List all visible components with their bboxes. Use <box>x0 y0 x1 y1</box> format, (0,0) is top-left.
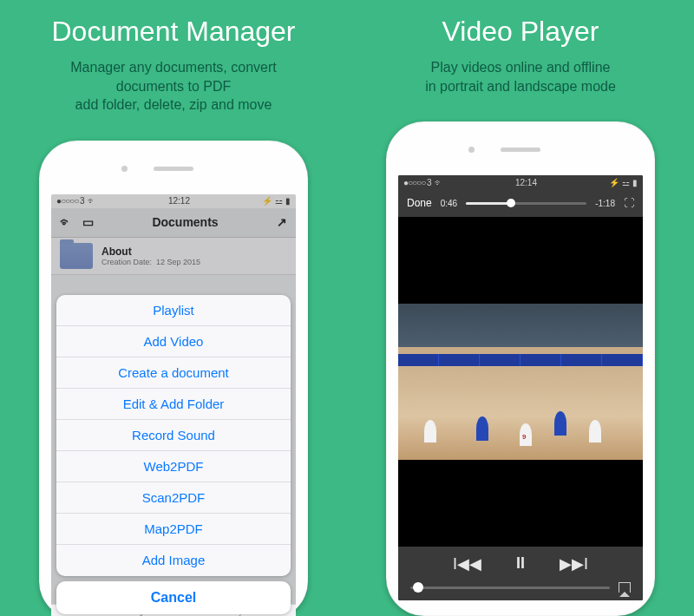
sheet-record-sound[interactable]: Record Sound <box>56 420 291 451</box>
sheet-map2pdf[interactable]: Map2PDF <box>56 514 291 545</box>
carrier-signal: ●○○○○ 3 <box>403 178 431 187</box>
airplay-icon[interactable] <box>619 582 631 593</box>
time-remaining: -1:18 <box>595 199 615 208</box>
video-player-title: Video Player <box>442 16 599 48</box>
wifi-icon: ᯤ <box>435 178 443 187</box>
video-bottom-bar: I◀◀ II ▶▶I <box>398 547 643 600</box>
volume-slider[interactable] <box>410 587 610 589</box>
subtitle-line: Play videos online and offline <box>431 60 611 75</box>
subtitle-line: add folder, delete, zip and move <box>75 97 272 112</box>
phone-left: ●○○○○ 3 ᯤ 12:12 ⚡ ⚍ ▮ ᯤ ▭ Documents ↗ <box>39 141 308 616</box>
subtitle-line: in portrait and landscape mode <box>425 79 616 94</box>
sheet-add-video[interactable]: Add Video <box>56 326 291 357</box>
sheet-edit-add-folder[interactable]: Edit & Add Folder <box>56 389 291 420</box>
video-viewport[interactable]: 9 <box>398 217 643 547</box>
doc-manager-title: Document Manager <box>51 16 295 48</box>
cancel-button[interactable]: Cancel <box>56 581 291 614</box>
sheet-create-document[interactable]: Create a document <box>56 357 291 389</box>
action-sheet: Playlist Add Video Create a document Edi… <box>56 295 291 576</box>
scrubber[interactable] <box>466 202 586 205</box>
done-button[interactable]: Done <box>407 197 432 209</box>
fullscreen-icon[interactable]: ⛶ <box>624 197 634 209</box>
status-time: 12:14 <box>515 178 537 187</box>
sheet-add-image[interactable]: Add Image <box>56 545 291 576</box>
sheet-playlist[interactable]: Playlist <box>56 295 291 326</box>
subtitle-line: Manager any documents, convert <box>70 60 276 75</box>
doc-manager-subtitle: Manager any documents, convert documents… <box>70 58 276 115</box>
video-top-bar: Done 0:46 -1:18 ⛶ <box>398 189 643 217</box>
next-track-icon[interactable]: ▶▶I <box>560 554 588 573</box>
sheet-scan2pdf[interactable]: Scan2PDF <box>56 482 291 514</box>
status-bar: ●○○○○ 3 ᯤ 12:14 ⚡ ⚍ ▮ <box>398 175 643 189</box>
phone-right: ●○○○○ 3 ᯤ 12:14 ⚡ ⚍ ▮ Done 0:46 -1:18 ⛶ <box>386 121 655 616</box>
video-player-subtitle: Play videos online and offline in portra… <box>425 58 616 95</box>
prev-track-icon[interactable]: I◀◀ <box>453 554 481 573</box>
time-elapsed: 0:46 <box>441 199 457 208</box>
pause-icon[interactable]: II <box>516 554 525 573</box>
video-frame: 9 <box>398 304 643 460</box>
action-sheet-container: Playlist Add Video Create a document Edi… <box>51 290 296 616</box>
subtitle-line: documents to PDF <box>116 79 232 94</box>
status-battery: ⚡ ⚍ ▮ <box>609 178 638 187</box>
sheet-web2pdf[interactable]: Web2PDF <box>56 451 291 482</box>
